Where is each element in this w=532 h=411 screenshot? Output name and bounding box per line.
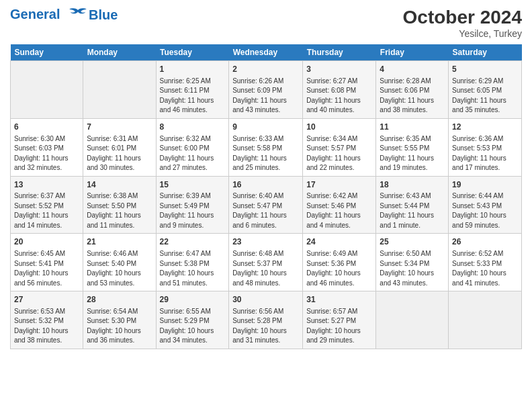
calendar-cell: 4Sunrise: 6:28 AMSunset: 6:06 PMDaylight…: [376, 61, 449, 119]
day-number: 12: [452, 122, 518, 133]
day-number: 22: [160, 236, 226, 248]
day-number: 21: [87, 236, 152, 248]
calendar-week-2: 6Sunrise: 6:30 AMSunset: 6:03 PMDaylight…: [11, 118, 522, 176]
calendar-week-5: 27Sunrise: 6:53 AMSunset: 5:32 PMDayligh…: [11, 291, 522, 349]
calendar-cell: 25Sunrise: 6:50 AMSunset: 5:34 PMDayligh…: [376, 234, 449, 291]
day-info: Sunrise: 6:35 AMSunset: 5:55 PMDaylight:…: [380, 134, 445, 173]
day-info: Sunrise: 6:36 AMSunset: 5:53 PMDaylight:…: [452, 134, 518, 173]
calendar-cell: 23Sunrise: 6:48 AMSunset: 5:37 PMDayligh…: [229, 234, 303, 291]
calendar-cell: 19Sunrise: 6:44 AMSunset: 5:43 PMDayligh…: [449, 176, 522, 234]
day-number: 15: [160, 179, 226, 191]
title-block: October 2024 Yesilce, Turkey: [403, 7, 522, 39]
header: General Blue October 2024 Yesilce, Turke…: [10, 7, 522, 39]
day-number: 25: [380, 236, 445, 248]
column-header-saturday: Saturday: [449, 44, 522, 61]
day-number: 7: [87, 122, 152, 133]
day-number: 24: [306, 236, 372, 248]
day-number: 23: [232, 236, 299, 248]
day-info: Sunrise: 6:34 AMSunset: 5:57 PMDaylight:…: [306, 134, 372, 173]
day-number: 18: [380, 179, 445, 191]
calendar-table: SundayMondayTuesdayWednesdayThursdayFrid…: [10, 44, 522, 349]
day-number: 4: [380, 64, 445, 75]
calendar-cell: 2Sunrise: 6:26 AMSunset: 6:09 PMDaylight…: [229, 61, 303, 119]
calendar-cell: 5Sunrise: 6:29 AMSunset: 6:05 PMDaylight…: [449, 61, 522, 119]
day-number: 6: [14, 122, 79, 133]
calendar-cell: 29Sunrise: 6:55 AMSunset: 5:29 PMDayligh…: [156, 291, 229, 349]
day-info: Sunrise: 6:32 AMSunset: 6:00 PMDaylight:…: [160, 134, 226, 173]
calendar-cell: 7Sunrise: 6:31 AMSunset: 6:01 PMDaylight…: [83, 118, 156, 176]
day-number: 31: [306, 294, 372, 306]
day-info: Sunrise: 6:28 AMSunset: 6:06 PMDaylight:…: [380, 77, 445, 116]
day-info: Sunrise: 6:49 AMSunset: 5:36 PMDaylight:…: [306, 249, 372, 288]
day-number: 28: [87, 294, 152, 306]
column-header-monday: Monday: [83, 44, 156, 61]
calendar-cell: 1Sunrise: 6:25 AMSunset: 6:11 PMDaylight…: [156, 61, 229, 119]
day-info: Sunrise: 6:52 AMSunset: 5:33 PMDaylight:…: [452, 249, 518, 288]
day-info: Sunrise: 6:31 AMSunset: 6:01 PMDaylight:…: [87, 134, 152, 173]
day-number: 1: [160, 64, 226, 75]
day-info: Sunrise: 6:33 AMSunset: 5:58 PMDaylight:…: [232, 134, 299, 173]
calendar-cell: 18Sunrise: 6:43 AMSunset: 5:44 PMDayligh…: [376, 176, 449, 234]
calendar-cell: [11, 61, 83, 119]
calendar-cell: 28Sunrise: 6:54 AMSunset: 5:30 PMDayligh…: [83, 291, 156, 349]
calendar-cell: 30Sunrise: 6:56 AMSunset: 5:28 PMDayligh…: [229, 291, 303, 349]
calendar-cell: 6Sunrise: 6:30 AMSunset: 6:03 PMDaylight…: [11, 118, 83, 176]
day-number: 16: [232, 179, 299, 191]
day-number: 10: [306, 122, 372, 133]
calendar-cell: 26Sunrise: 6:52 AMSunset: 5:33 PMDayligh…: [449, 234, 522, 291]
calendar-cell: 11Sunrise: 6:35 AMSunset: 5:55 PMDayligh…: [376, 118, 449, 176]
calendar-cell: 17Sunrise: 6:42 AMSunset: 5:46 PMDayligh…: [303, 176, 376, 234]
day-number: 26: [452, 236, 518, 248]
day-info: Sunrise: 6:39 AMSunset: 5:49 PMDaylight:…: [160, 191, 226, 230]
day-number: 17: [306, 179, 372, 191]
day-number: 20: [14, 236, 79, 248]
day-number: 29: [160, 294, 226, 306]
day-info: Sunrise: 6:27 AMSunset: 6:08 PMDaylight:…: [306, 77, 372, 116]
calendar-cell: 10Sunrise: 6:34 AMSunset: 5:57 PMDayligh…: [303, 118, 376, 176]
column-header-friday: Friday: [376, 44, 449, 61]
calendar-cell: 27Sunrise: 6:53 AMSunset: 5:32 PMDayligh…: [11, 291, 83, 349]
day-number: 8: [160, 122, 226, 133]
day-number: 2: [232, 64, 299, 75]
column-header-thursday: Thursday: [303, 44, 376, 61]
day-info: Sunrise: 6:54 AMSunset: 5:30 PMDaylight:…: [87, 307, 152, 346]
calendar-cell: 14Sunrise: 6:38 AMSunset: 5:50 PMDayligh…: [83, 176, 156, 234]
day-number: 19: [452, 179, 518, 191]
location: Yesilce, Turkey: [403, 28, 522, 39]
day-number: 27: [14, 294, 79, 306]
calendar-cell: 13Sunrise: 6:37 AMSunset: 5:52 PMDayligh…: [11, 176, 83, 234]
day-info: Sunrise: 6:38 AMSunset: 5:50 PMDaylight:…: [87, 191, 152, 230]
column-header-tuesday: Tuesday: [156, 44, 229, 61]
day-info: Sunrise: 6:25 AMSunset: 6:11 PMDaylight:…: [160, 77, 226, 116]
day-info: Sunrise: 6:53 AMSunset: 5:32 PMDaylight:…: [14, 307, 79, 346]
day-info: Sunrise: 6:42 AMSunset: 5:46 PMDaylight:…: [306, 191, 372, 230]
calendar-header-row: SundayMondayTuesdayWednesdayThursdayFrid…: [11, 44, 522, 61]
day-info: Sunrise: 6:46 AMSunset: 5:40 PMDaylight:…: [87, 249, 152, 288]
page-container: General Blue October 2024 Yesilce, Turke…: [0, 0, 532, 356]
day-info: Sunrise: 6:37 AMSunset: 5:52 PMDaylight:…: [14, 191, 79, 230]
logo: General Blue: [10, 7, 118, 24]
calendar-cell: 31Sunrise: 6:57 AMSunset: 5:27 PMDayligh…: [303, 291, 376, 349]
day-number: 13: [14, 179, 79, 191]
day-number: 9: [232, 122, 299, 133]
calendar-cell: 15Sunrise: 6:39 AMSunset: 5:49 PMDayligh…: [156, 176, 229, 234]
day-info: Sunrise: 6:30 AMSunset: 6:03 PMDaylight:…: [14, 134, 79, 173]
day-info: Sunrise: 6:57 AMSunset: 5:27 PMDaylight:…: [306, 307, 372, 346]
logo-blue: Blue: [89, 7, 118, 23]
day-info: Sunrise: 6:29 AMSunset: 6:05 PMDaylight:…: [452, 77, 518, 116]
calendar-cell: [376, 291, 449, 349]
calendar-cell: 9Sunrise: 6:33 AMSunset: 5:58 PMDaylight…: [229, 118, 303, 176]
logo-bird-icon: [66, 7, 90, 24]
day-number: 5: [452, 64, 518, 75]
column-header-wednesday: Wednesday: [229, 44, 303, 61]
calendar-cell: [449, 291, 522, 349]
day-info: Sunrise: 6:44 AMSunset: 5:43 PMDaylight:…: [452, 191, 518, 230]
day-info: Sunrise: 6:47 AMSunset: 5:38 PMDaylight:…: [160, 249, 226, 288]
day-number: 3: [306, 64, 372, 75]
calendar-cell: 24Sunrise: 6:49 AMSunset: 5:36 PMDayligh…: [303, 234, 376, 291]
month-title: October 2024: [403, 7, 522, 28]
calendar-cell: 20Sunrise: 6:45 AMSunset: 5:41 PMDayligh…: [11, 234, 83, 291]
day-info: Sunrise: 6:43 AMSunset: 5:44 PMDaylight:…: [380, 191, 445, 230]
calendar-cell: 22Sunrise: 6:47 AMSunset: 5:38 PMDayligh…: [156, 234, 229, 291]
day-number: 30: [232, 294, 299, 306]
